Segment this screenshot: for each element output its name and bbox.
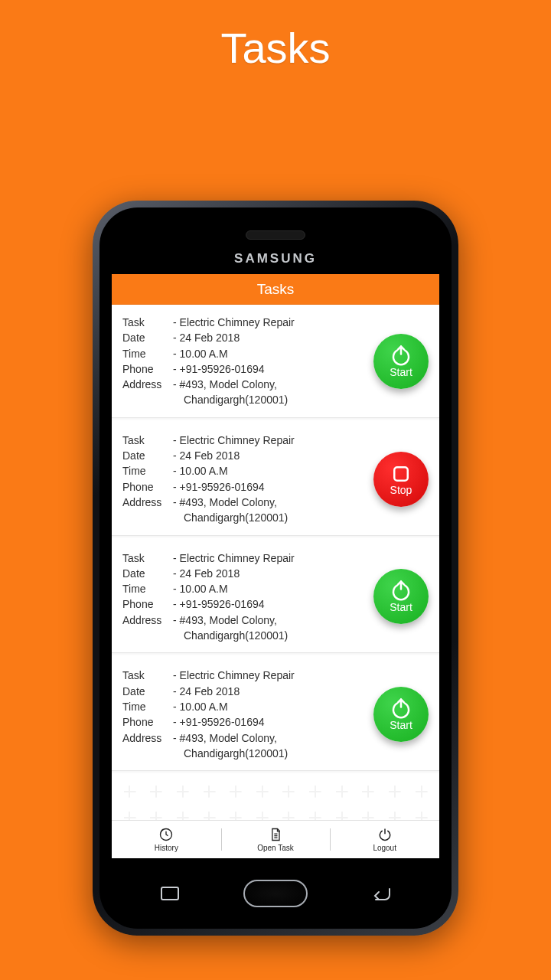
field-label: Phone bbox=[122, 596, 173, 612]
field-value: #493, Model Colony, bbox=[173, 377, 369, 392]
field-row-time: Time10.00 A.M bbox=[122, 463, 369, 479]
hw-home-button[interactable] bbox=[243, 880, 308, 907]
field-row-time: Time10.00 A.M bbox=[122, 346, 369, 361]
hardware-buttons bbox=[99, 880, 452, 907]
field-value: Electric Chimney Repair bbox=[173, 550, 369, 566]
field-row-address: Address#493, Model Colony, bbox=[122, 612, 369, 628]
field-value: +91-95926-01694 bbox=[173, 596, 369, 612]
power-icon bbox=[377, 827, 393, 842]
field-row-task: TaskElectric Chimney Repair bbox=[122, 315, 369, 330]
field-value: +91-95926-01694 bbox=[173, 361, 369, 377]
field-label: Date bbox=[122, 684, 173, 699]
app-header: Tasks bbox=[112, 274, 439, 305]
device-frame: SAMSUNG Tasks TaskElectric Chimney Repai… bbox=[93, 201, 458, 936]
field-row-task: TaskElectric Chimney Repair bbox=[122, 550, 369, 566]
field-row-phone: Phone+91-95926-01694 bbox=[122, 596, 369, 612]
task-card: TaskElectric Chimney RepairDate24 Feb 20… bbox=[112, 658, 439, 771]
action-label: Start bbox=[390, 601, 412, 613]
field-label: Task bbox=[122, 315, 173, 330]
field-value: Electric Chimney Repair bbox=[173, 315, 369, 330]
field-label: Address bbox=[122, 377, 173, 392]
field-value: +91-95926-01694 bbox=[173, 714, 369, 730]
field-row-date: Date24 Feb 2018 bbox=[122, 684, 369, 699]
hw-recent-button[interactable] bbox=[158, 884, 181, 903]
field-row-address: Address#493, Model Colony, bbox=[122, 495, 369, 510]
field-value: 10.00 A.M bbox=[173, 346, 369, 361]
field-value: 24 Feb 2018 bbox=[173, 330, 369, 345]
field-value-address2: Chandigargh(120001) bbox=[122, 392, 369, 407]
field-row-phone: Phone+91-95926-01694 bbox=[122, 361, 369, 377]
field-value-address2: Chandigargh(120001) bbox=[122, 628, 369, 643]
field-row-task: TaskElectric Chimney Repair bbox=[122, 668, 369, 683]
field-label: Phone bbox=[122, 361, 173, 377]
task-card: TaskElectric Chimney RepairDate24 Feb 20… bbox=[112, 423, 439, 536]
nav-open-task-label: Open Task bbox=[257, 844, 294, 852]
field-value: 10.00 A.M bbox=[173, 463, 369, 479]
field-row-address: Address#493, Model Colony, bbox=[122, 730, 369, 746]
field-row-date: Date24 Feb 2018 bbox=[122, 448, 369, 463]
start-button[interactable]: Start bbox=[373, 334, 429, 389]
field-row-date: Date24 Feb 2018 bbox=[122, 330, 369, 345]
field-row-phone: Phone+91-95926-01694 bbox=[122, 479, 369, 495]
field-row-task: TaskElectric Chimney Repair bbox=[122, 433, 369, 448]
field-value: Electric Chimney Repair bbox=[173, 668, 369, 683]
task-card: TaskElectric Chimney RepairDate24 Feb 20… bbox=[112, 305, 439, 418]
action-label: Start bbox=[390, 366, 412, 378]
field-label: Task bbox=[122, 668, 173, 683]
page-title: Tasks bbox=[0, 0, 551, 73]
task-card: TaskElectric Chimney RepairDate24 Feb 20… bbox=[112, 541, 439, 654]
task-list: TaskElectric Chimney RepairDate24 Feb 20… bbox=[112, 305, 439, 771]
field-label: Date bbox=[122, 448, 173, 463]
field-row-date: Date24 Feb 2018 bbox=[122, 566, 369, 581]
field-label: Task bbox=[122, 550, 173, 566]
field-label: Phone bbox=[122, 479, 173, 495]
task-fields: TaskElectric Chimney RepairDate24 Feb 20… bbox=[122, 315, 369, 408]
field-value: 24 Feb 2018 bbox=[173, 684, 369, 699]
bottom-nav: History Open Task Logout bbox=[112, 820, 439, 858]
field-value-address2: Chandigargh(120001) bbox=[122, 510, 369, 525]
history-icon bbox=[158, 827, 174, 842]
task-fields: TaskElectric Chimney RepairDate24 Feb 20… bbox=[122, 433, 369, 526]
device-brand: SAMSUNG bbox=[99, 251, 452, 266]
hw-back-button[interactable] bbox=[370, 884, 393, 903]
app-screen: Tasks TaskElectric Chimney RepairDate24 … bbox=[112, 274, 439, 858]
field-label: Date bbox=[122, 330, 173, 345]
field-value: #493, Model Colony, bbox=[173, 730, 369, 746]
nav-logout-label: Logout bbox=[373, 844, 396, 852]
start-button[interactable]: Start bbox=[373, 569, 429, 624]
field-value: 24 Feb 2018 bbox=[173, 566, 369, 581]
field-value: Electric Chimney Repair bbox=[173, 433, 369, 448]
field-value: #493, Model Colony, bbox=[173, 495, 369, 510]
start-button[interactable]: Start bbox=[373, 687, 429, 742]
field-label: Task bbox=[122, 433, 173, 448]
nav-logout[interactable]: Logout bbox=[330, 821, 439, 858]
field-value: 24 Feb 2018 bbox=[173, 448, 369, 463]
task-fields: TaskElectric Chimney RepairDate24 Feb 20… bbox=[122, 668, 369, 761]
task-fields: TaskElectric Chimney RepairDate24 Feb 20… bbox=[122, 550, 369, 644]
field-value: +91-95926-01694 bbox=[173, 479, 369, 495]
stop-button[interactable]: Stop bbox=[373, 452, 429, 507]
field-label: Date bbox=[122, 566, 173, 581]
field-row-address: Address#493, Model Colony, bbox=[122, 377, 369, 392]
nav-open-task[interactable]: Open Task bbox=[221, 821, 331, 858]
svg-rect-1 bbox=[394, 467, 408, 481]
field-label: Time bbox=[122, 581, 173, 596]
nav-history-label: History bbox=[155, 844, 178, 852]
field-label: Address bbox=[122, 730, 173, 746]
nav-history[interactable]: History bbox=[112, 821, 221, 858]
field-label: Address bbox=[122, 495, 173, 510]
field-row-time: Time10.00 A.M bbox=[122, 699, 369, 714]
speaker-slot bbox=[246, 230, 305, 240]
field-value: 10.00 A.M bbox=[173, 581, 369, 596]
action-label: Start bbox=[390, 719, 412, 731]
field-row-time: Time10.00 A.M bbox=[122, 581, 369, 596]
field-value-address2: Chandigargh(120001) bbox=[122, 746, 369, 761]
field-label: Time bbox=[122, 346, 173, 361]
field-label: Time bbox=[122, 463, 173, 479]
action-label: Stop bbox=[390, 484, 412, 496]
svg-rect-9 bbox=[161, 887, 178, 900]
field-label: Address bbox=[122, 612, 173, 628]
field-value: #493, Model Colony, bbox=[173, 612, 369, 628]
document-icon bbox=[268, 827, 283, 842]
device-inner: SAMSUNG Tasks TaskElectric Chimney Repai… bbox=[99, 207, 452, 929]
